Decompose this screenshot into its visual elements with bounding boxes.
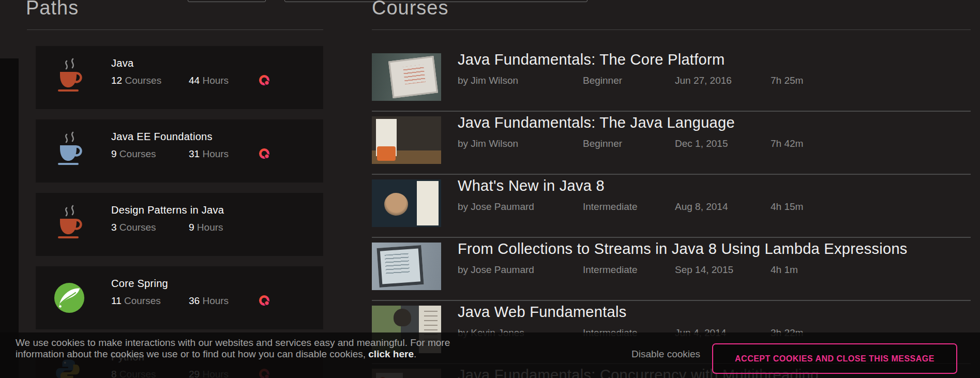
course-title[interactable]: Java Web Fundamentals [458,304,627,321]
row-divider [372,174,971,175]
paths-heading: Paths [26,0,79,19]
course-title[interactable]: Java Fundamentals: The Core Platform [458,51,725,68]
course-author: by Jim Wilson [458,138,518,149]
course-date: Jun 27, 2016 [675,75,732,86]
course-meta: by Jose Paumard Intermediate Aug 8, 2014… [0,201,980,214]
cookie-click-here-link[interactable]: click here [368,349,414,359]
course-meta: by Jim Wilson Beginner Dec 1, 2015 7h 42… [0,138,980,150]
course-title[interactable]: Java Fundamentals: The Java Language [458,114,735,131]
course-level: Beginner [583,138,622,149]
course-row: What's New in Java 8 by Jose Paumard Int… [0,179,980,243]
course-row: Java Fundamentals: The Java Language by … [0,116,980,179]
cookie-message-line1: We use cookies to make interactions with… [16,337,450,348]
course-meta: by Jim Wilson Beginner Jun 27, 2016 7h 2… [0,75,980,87]
courses-heading-rule [372,29,971,30]
courses-heading: Courses [372,0,449,19]
course-author: by Jose Paumard [458,201,534,213]
paths-heading-rule [27,29,323,30]
disable-cookies-link[interactable]: Disable cookies [631,349,700,360]
course-author: by Jim Wilson [458,75,518,86]
cookie-message-period: . [414,349,416,359]
search-results-page: Paths Java 12 Courses 44 Hours [0,0,980,378]
row-divider [372,300,971,301]
course-row: Java Fundamentals: The Core Platform by … [0,53,980,116]
cookie-banner: We use cookies to make interactions with… [0,332,980,378]
row-divider [372,111,971,112]
course-date: Dec 1, 2015 [675,138,728,149]
top-clipped-control[interactable] [188,0,266,2]
course-author: by Jose Paumard [458,264,534,276]
course-date: Aug 8, 2014 [675,201,728,213]
course-duration: 4h 1m [771,264,798,276]
course-level: Intermediate [583,201,638,213]
cookie-message: We use cookies to make interactions with… [16,337,450,360]
course-duration: 7h 42m [771,138,803,149]
accept-cookies-button[interactable]: ACCEPT COOKIES AND CLOSE THIS MESSAGE [712,343,957,374]
cookie-message-line2: information about the cookies we use or … [16,349,368,359]
course-level: Beginner [583,75,622,86]
row-divider [372,237,971,238]
course-meta: by Jose Paumard Intermediate Sep 14, 201… [0,264,980,277]
course-level: Intermediate [583,264,638,276]
course-row: From Collections to Streams in Java 8 Us… [0,243,980,306]
course-duration: 4h 15m [771,201,803,213]
course-title[interactable]: From Collections to Streams in Java 8 Us… [458,240,908,258]
course-duration: 7h 25m [771,75,803,86]
course-title[interactable]: What's New in Java 8 [458,177,605,194]
course-date: Sep 14, 2015 [675,264,733,276]
